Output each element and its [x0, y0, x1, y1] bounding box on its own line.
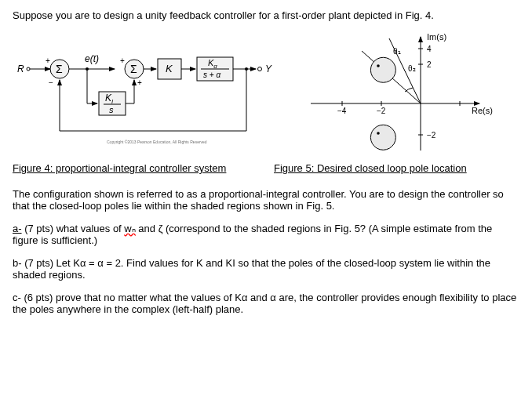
intro-text: Suppose you are to design a unity feedba…: [13, 9, 519, 21]
sum2-plus-b: +: [137, 78, 142, 87]
sum1-icon: Σ: [56, 63, 63, 75]
figure-4-block-diagram: R Σ + − e(t) KI s: [13, 29, 279, 154]
svg-point-18: [258, 67, 262, 71]
sum1-minus: −: [49, 78, 53, 87]
qa-prefix: a-: [13, 223, 22, 234]
plant-den: s + α: [203, 71, 220, 79]
svg-point-33: [377, 64, 380, 67]
label-r: R: [17, 63, 24, 74]
tick-2: 2: [427, 60, 432, 69]
shaded-region-upper: [370, 57, 395, 82]
svg-point-34: [377, 132, 380, 135]
qa-pts: (7 pts) what values of: [22, 223, 125, 234]
body-paragraph: The configuration shown is referred to a…: [13, 188, 519, 212]
question-c: c- (6 pts) prove that no matter what the…: [13, 292, 519, 315]
qa-wn: wₙ: [124, 223, 135, 234]
figure-5-caption: Figure 5: Desired closed loop pole locat…: [274, 162, 519, 174]
figure-4-caption: Figure 4: proportional-integral controll…: [13, 162, 258, 174]
re-label: Re(s): [472, 106, 493, 115]
label-y: Y: [265, 63, 272, 74]
tick-4: 4: [427, 45, 432, 53]
tick-m2: −2: [377, 107, 386, 115]
sum2-plus-a: +: [120, 56, 125, 65]
svg-point-0: [27, 67, 30, 71]
tick-m4: −4: [337, 107, 347, 115]
question-b: b- (7 pts) Let Kα = α = 2. Find values f…: [13, 257, 519, 281]
sum2-icon: Σ: [130, 63, 137, 75]
shaded-region-lower: [370, 125, 395, 150]
figure-5-splane: Im(s) Re(s) −4 −2 2 4 −2 θ₁ θ₂: [295, 29, 519, 154]
tick-n2: −2: [427, 131, 436, 140]
theta2: θ₂: [408, 64, 416, 73]
question-a: a- (7 pts) what values of wₙ and ζ (corr…: [13, 223, 519, 246]
label-et: e(t): [85, 53, 99, 64]
label-k: K: [166, 63, 173, 74]
im-label: Im(s): [427, 32, 446, 42]
theta1: θ₁: [393, 47, 401, 56]
copyright-text: Copyright ©2013 Pearson Education, All R…: [107, 140, 207, 144]
ki-den: s: [109, 105, 114, 114]
sum1-plus: +: [46, 56, 50, 65]
